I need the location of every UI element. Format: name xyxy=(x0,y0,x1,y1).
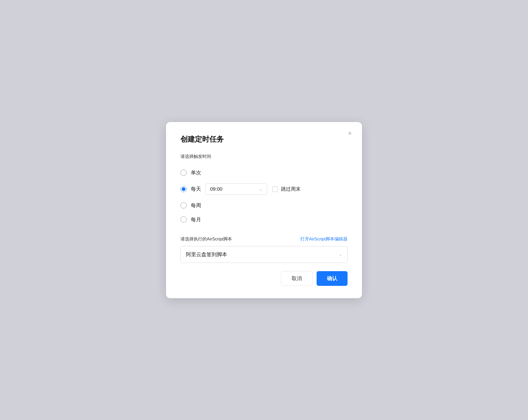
radio-row-daily: 每天 09:00 ⌄ 跳过周末 xyxy=(180,180,348,198)
dialog-overlay: × 创建定时任务 请选择触发时间 单次 每天 09:00 ⌄ xyxy=(0,0,528,420)
script-selected-value: 阿里云盘签到脚本 xyxy=(186,251,227,258)
script-section: 请选择执行的AirScript脚本 打开AirScript脚本编辑器 阿里云盘签… xyxy=(180,236,348,263)
open-editor-link[interactable]: 打开AirScript脚本编辑器 xyxy=(300,236,348,242)
script-section-header: 请选择执行的AirScript脚本 打开AirScript脚本编辑器 xyxy=(180,236,348,242)
radio-weekly-label[interactable]: 每周 xyxy=(191,202,201,209)
radio-row-weekly: 每周 xyxy=(180,198,348,213)
radio-daily[interactable] xyxy=(180,186,187,192)
script-chevron-icon: ⌄ xyxy=(339,252,342,256)
skip-weekend-label[interactable]: 跳过周末 xyxy=(281,186,301,192)
skip-weekend-checkbox[interactable] xyxy=(272,186,278,192)
trigger-time-label: 请选择触发时间 xyxy=(180,154,348,159)
script-section-label: 请选择执行的AirScript脚本 xyxy=(180,236,232,242)
radio-weekly[interactable] xyxy=(180,202,187,208)
script-dropdown[interactable]: 阿里云盘签到脚本 ⌄ xyxy=(180,246,348,263)
radio-monthly-label[interactable]: 每月 xyxy=(191,216,201,223)
create-task-dialog: × 创建定时任务 请选择触发时间 单次 每天 09:00 ⌄ xyxy=(166,122,362,298)
radio-monthly[interactable] xyxy=(180,216,187,223)
radio-group: 单次 每天 09:00 ⌄ 跳过周末 xyxy=(180,166,348,227)
time-value: 09:00 xyxy=(210,186,222,192)
cancel-button[interactable]: 取消 xyxy=(281,271,312,286)
skip-weekend-row: 跳过周末 xyxy=(272,186,301,192)
radio-daily-label[interactable]: 每天 xyxy=(191,185,201,192)
time-select-wrapper: 09:00 ⌄ 跳过周末 xyxy=(205,183,348,195)
dialog-footer: 取消 确认 xyxy=(180,271,348,286)
radio-once[interactable] xyxy=(180,169,187,176)
confirm-button[interactable]: 确认 xyxy=(317,271,348,286)
close-button[interactable]: × xyxy=(346,129,354,138)
radio-row-once: 单次 xyxy=(180,166,348,180)
dialog-title: 创建定时任务 xyxy=(180,134,348,144)
radio-row-monthly: 每月 xyxy=(180,213,348,227)
time-dropdown[interactable]: 09:00 ⌄ xyxy=(205,183,267,195)
radio-once-label[interactable]: 单次 xyxy=(191,169,201,176)
time-chevron-icon: ⌄ xyxy=(259,187,262,191)
